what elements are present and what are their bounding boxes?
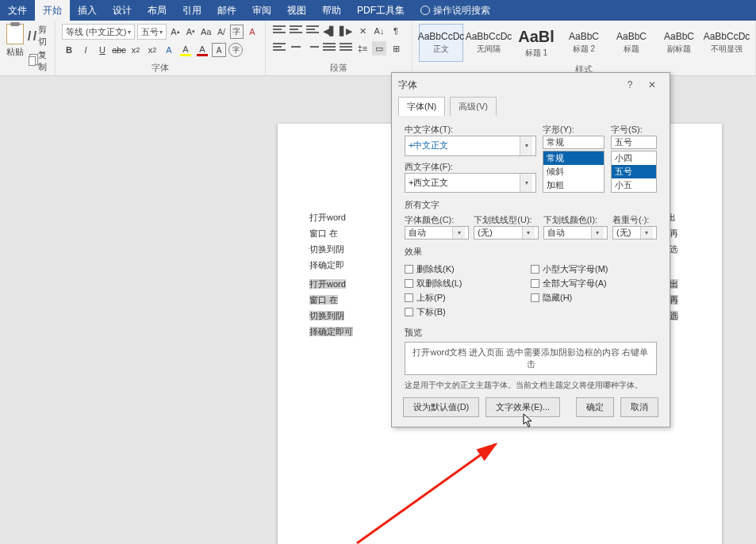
chk-smallcaps[interactable]: 小型大写字母(M) [531,263,657,275]
chk-strike[interactable]: 删除线(K) [405,263,531,275]
style-item-1[interactable]: AaBbCcDc无间隔 [466,24,511,62]
bold-button[interactable]: B [62,43,76,57]
text-effects-button[interactable]: A [162,43,176,57]
dialog-tab-font[interactable]: 字体(N) [398,97,445,116]
style-item-3[interactable]: AaBbC标题 2 [562,24,606,62]
asian-layout-button[interactable]: ✕ [355,24,370,38]
strike-button[interactable]: abc [112,43,126,57]
chk-allcaps[interactable]: 全部大写字母(A) [531,278,657,289]
chk-sub[interactable]: 下标(B) [405,306,531,318]
enclose-char-button[interactable]: 字 [228,43,243,57]
size-opt-2[interactable]: 小五 [612,178,656,192]
tell-me[interactable]: 操作说明搜索 [413,0,498,21]
highlight-button[interactable]: A [178,43,193,57]
char-shading-button[interactable]: A [212,43,226,57]
superscript-button[interactable]: x2 [145,43,159,57]
style-item-4[interactable]: AaBbC标题 [609,24,654,62]
copy-icon [29,56,36,66]
font-color-button[interactable]: A [195,43,209,57]
dialog-titlebar[interactable]: 字体 ? ✕ [392,73,670,97]
style-opt-italic[interactable]: 倾斜 [543,165,604,178]
clear-format-button[interactable]: A [246,25,259,39]
style-value: 常规 [547,136,564,148]
cut-button[interactable]: 剪切 [29,24,49,48]
tab-design[interactable]: 设计 [105,0,140,21]
underline-button[interactable]: U [95,43,109,57]
italic-button[interactable]: I [79,43,93,57]
emphasis-label: 着重号(·): [612,214,657,226]
subscript-button[interactable]: x2 [129,43,143,57]
tab-file[interactable]: 文件 [0,0,35,21]
tab-help[interactable]: 帮助 [314,0,349,21]
checkbox-icon [531,293,539,302]
phonetic-button[interactable]: A/ [215,25,228,39]
bullets-button[interactable] [272,24,286,38]
shading-button[interactable]: ▭ [372,41,386,56]
tab-mailings[interactable]: 邮件 [209,0,244,21]
style-opt-bold[interactable]: 加粗 [543,178,604,192]
borders-button[interactable]: ⊞ [389,41,403,56]
cn-font-combo[interactable]: +中文正文▾ [405,136,536,156]
underline-color-combo[interactable]: 自动▾ [543,226,608,239]
tab-insert[interactable]: 插入 [70,0,105,21]
cancel-button[interactable]: 取消 [620,397,658,417]
font-color-combo[interactable]: 自动▾ [405,226,469,239]
emphasis-combo[interactable]: (无)▾ [612,226,657,239]
style-item-0[interactable]: AaBbCcDc正文 [419,24,463,62]
tab-home[interactable]: 开始 [35,0,70,21]
numbering-button[interactable] [289,24,303,38]
font-size-combo[interactable]: 五号▾ [137,24,167,40]
tab-references[interactable]: 引用 [175,0,209,21]
west-font-combo[interactable]: +西文正文▾ [405,173,536,193]
style-name: 副标题 [667,44,691,55]
doc-para-1: 打开word窗口 在切换到阴择确定即 [309,209,361,273]
align-left-button[interactable] [272,41,286,56]
chk-dstrike[interactable]: 双删除线(L) [405,278,531,289]
style-name: 标题 [624,44,639,55]
size-input[interactable]: 五号 [611,136,657,149]
shrink-font-button[interactable]: A▾ [184,25,197,39]
close-button[interactable]: ✕ [641,79,663,90]
ok-button[interactable]: 确定 [576,397,614,417]
increase-indent-button[interactable]: ▋▶ [339,24,353,38]
font-name-combo[interactable]: 等线 (中文正文)▾ [62,24,135,40]
tab-layout[interactable]: 布局 [140,0,175,21]
checkbox-icon [531,279,539,288]
multilevel-button[interactable] [305,24,320,38]
tab-view[interactable]: 视图 [279,0,314,21]
help-button[interactable]: ? [619,79,641,90]
show-marks-button[interactable]: ¶ [389,24,403,38]
set-default-button[interactable]: 设为默认值(D) [403,397,479,417]
style-preview: AaBbC [569,31,599,42]
paste-icon [6,24,24,44]
style-input[interactable]: 常规 [543,136,604,149]
style-name: 标题 1 [525,48,547,59]
grow-font-button[interactable]: A▴ [169,25,182,39]
decrease-indent-button[interactable]: ◀▋ [322,24,336,38]
chk-super[interactable]: 上标(P) [405,292,531,304]
sort-button[interactable]: A↓ [372,24,386,38]
copy-button[interactable]: 复制 [29,49,49,73]
chk-hidden[interactable]: 隐藏(H) [531,292,657,304]
chevron-down-icon: ▾ [452,227,465,239]
align-center-button[interactable] [289,41,303,56]
size-opt-0[interactable]: 小四 [612,151,656,165]
style-item-5[interactable]: AaBbC副标题 [657,24,701,62]
style-item-2[interactable]: AaBl标题 1 [514,24,558,62]
dialog-tab-advanced[interactable]: 高级(V) [450,97,497,116]
align-right-button[interactable] [305,41,320,56]
distribute-button[interactable] [339,41,353,56]
line-spacing-button[interactable]: ‡≡ [355,41,370,56]
style-item-6[interactable]: AaBbCcDc不明显强 [704,24,749,62]
size-listbox[interactable]: 小四 五号 小五 [611,151,657,193]
tab-pdf[interactable]: PDF工具集 [349,0,413,21]
char-border-button[interactable]: 字 [230,25,244,39]
style-opt-regular[interactable]: 常规 [543,151,604,165]
justify-button[interactable] [322,41,336,56]
tab-review[interactable]: 审阅 [244,0,279,21]
font-color-label: 字体颜色(C): [405,214,469,226]
style-listbox[interactable]: 常规 倾斜 加粗 [543,151,604,193]
size-opt-1[interactable]: 五号 [612,165,656,178]
underline-combo[interactable]: (无)▾ [474,226,538,239]
change-case-button[interactable]: Aa [200,25,213,39]
